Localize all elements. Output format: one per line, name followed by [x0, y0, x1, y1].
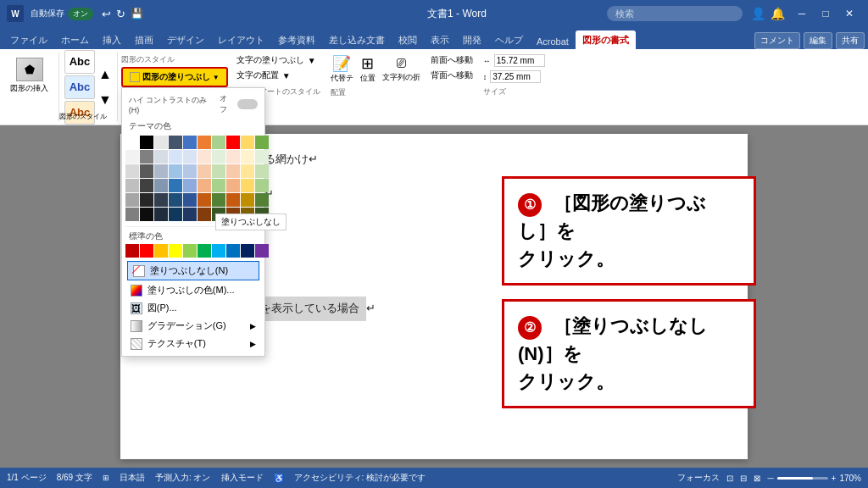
theme-color-cell[interactable] [226, 164, 240, 178]
close-button[interactable]: ✕ [837, 2, 861, 25]
tab-layout[interactable]: レイアウト [211, 30, 271, 49]
redo-icon[interactable]: ↻ [116, 8, 125, 20]
theme-color-cell[interactable] [154, 179, 168, 192]
standard-color-cell[interactable] [212, 244, 225, 258]
standard-color-cell[interactable] [169, 244, 182, 258]
theme-color-cell[interactable] [140, 164, 153, 178]
tab-home[interactable]: ホーム [54, 30, 96, 49]
theme-color-cell[interactable] [140, 179, 153, 192]
height-input[interactable] [490, 70, 541, 83]
zoom-slider[interactable] [777, 477, 828, 480]
styles-expand-up[interactable]: ▲ [98, 67, 112, 82]
theme-color-cell[interactable] [125, 208, 139, 221]
alt-text-btn[interactable]: 📝 代替テ [331, 54, 353, 84]
undo-icon[interactable]: ↩ [102, 8, 111, 20]
text-fill-dropdown[interactable]: ▼ [308, 56, 316, 65]
view-layout-icon[interactable]: ⊠ [754, 474, 760, 483]
standard-color-cell[interactable] [226, 244, 240, 258]
theme-color-cell[interactable] [255, 150, 269, 164]
theme-color-cell[interactable] [125, 164, 139, 178]
theme-color-cell[interactable] [226, 193, 240, 207]
picture-item[interactable]: 🖼 図(P)... [125, 299, 261, 317]
theme-color-cell[interactable] [154, 136, 168, 149]
theme-color-cell[interactable] [169, 150, 182, 164]
theme-color-cell[interactable] [212, 150, 225, 164]
search-input[interactable] [607, 6, 743, 21]
theme-color-cell[interactable] [226, 136, 240, 149]
zoom-out-btn[interactable]: ─ [767, 474, 773, 483]
theme-color-cell[interactable] [255, 193, 269, 207]
theme-color-cell[interactable] [140, 150, 153, 164]
theme-color-cell[interactable] [212, 164, 225, 178]
theme-color-cell[interactable] [140, 193, 153, 207]
insert-shape-btn[interactable]: ⬟ 図形の挿入 [5, 54, 53, 97]
theme-color-cell[interactable] [140, 136, 153, 149]
theme-color-cell[interactable] [198, 208, 211, 221]
theme-color-cell[interactable] [198, 164, 211, 178]
theme-color-cell[interactable] [169, 164, 182, 178]
style-abc-1[interactable]: Abc [64, 50, 95, 74]
standard-color-cell[interactable] [255, 244, 269, 258]
theme-color-cell[interactable] [255, 179, 269, 192]
standard-color-cell[interactable] [183, 244, 197, 258]
tab-help[interactable]: ヘルプ [488, 30, 530, 49]
tab-draw[interactable]: 描画 [128, 30, 160, 49]
theme-color-cell[interactable] [226, 179, 240, 192]
theme-color-cell[interactable] [125, 179, 139, 192]
gradient-item[interactable]: グラデーション(G) ▶ [125, 317, 261, 335]
theme-color-cell[interactable] [212, 136, 225, 149]
theme-color-cell[interactable] [255, 164, 269, 178]
minimize-button[interactable]: ─ [790, 2, 814, 25]
standard-color-cell[interactable] [241, 244, 254, 258]
theme-color-cell[interactable] [154, 150, 168, 164]
tab-mailings[interactable]: 差し込み文書 [322, 30, 392, 49]
theme-color-cell[interactable] [212, 193, 225, 207]
toggle-switch[interactable] [237, 99, 258, 109]
more-colors-item[interactable]: 塗りつぶしの色(M)... [125, 281, 261, 299]
theme-color-cell[interactable] [241, 150, 254, 164]
theme-color-cell[interactable] [241, 136, 254, 149]
restore-button[interactable]: □ [814, 2, 837, 25]
theme-color-cell[interactable] [140, 208, 153, 221]
tab-view[interactable]: 表示 [424, 30, 456, 49]
theme-color-cell[interactable] [169, 179, 182, 192]
style-abc-2[interactable]: Abc [64, 75, 95, 99]
theme-color-cell[interactable] [198, 179, 211, 192]
theme-color-cell[interactable] [154, 164, 168, 178]
standard-color-cell[interactable] [198, 244, 211, 258]
theme-color-cell[interactable] [183, 164, 197, 178]
theme-color-cell[interactable] [183, 208, 197, 221]
theme-color-cell[interactable] [169, 136, 182, 149]
tab-references[interactable]: 参考資料 [271, 30, 322, 49]
theme-color-cell[interactable] [241, 179, 254, 192]
theme-color-cell[interactable] [169, 208, 182, 221]
texture-item[interactable]: テクスチャ(T) ▶ [125, 335, 261, 352]
wrap-text-btn[interactable]: ⎚ 文字列の折 [382, 54, 420, 84]
theme-color-cell[interactable] [198, 150, 211, 164]
no-fill-item[interactable]: 塗りつぶしなし(N) 塗りつぶしなし [127, 261, 259, 280]
theme-color-cell[interactable] [125, 136, 139, 149]
bell-icon[interactable]: 🔔 [771, 7, 785, 20]
tab-design[interactable]: デザイン [160, 30, 211, 49]
zoom-in-btn[interactable]: + [832, 474, 837, 483]
theme-color-cell[interactable] [125, 150, 139, 164]
tab-review[interactable]: 校閲 [392, 30, 424, 49]
user-icon[interactable]: 👤 [751, 7, 765, 20]
theme-color-cell[interactable] [169, 193, 182, 207]
tab-insert[interactable]: 挿入 [96, 30, 128, 49]
standard-color-cell[interactable] [140, 244, 153, 258]
theme-color-cell[interactable] [226, 150, 240, 164]
tab-file[interactable]: ファイル [3, 30, 54, 49]
share-button[interactable]: 共有 [836, 32, 865, 49]
theme-color-cell[interactable] [183, 136, 197, 149]
comment-button[interactable]: コメント [754, 32, 800, 49]
position-btn[interactable]: ⊞ 位置 [360, 54, 376, 84]
save-icon[interactable]: 💾 [131, 8, 143, 20]
standard-color-cell[interactable] [154, 244, 168, 258]
width-input[interactable] [494, 54, 545, 67]
theme-color-cell[interactable] [198, 136, 211, 149]
autosave-toggle[interactable]: オン [68, 8, 93, 20]
theme-color-cell[interactable] [241, 164, 254, 178]
styles-expand-down[interactable]: ▼ [98, 92, 112, 108]
edit-button[interactable]: 編集 [804, 32, 832, 49]
